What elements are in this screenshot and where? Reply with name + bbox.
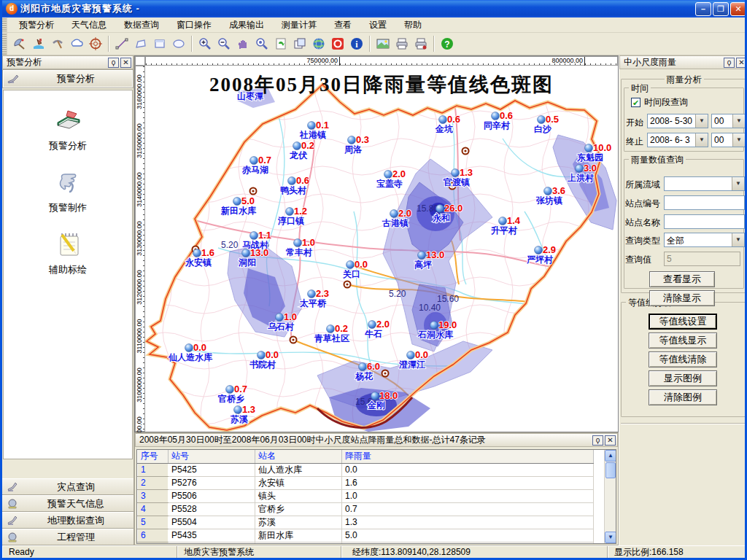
copy-view-icon[interactable] [291,35,309,52]
close-icon[interactable]: ✕ [120,58,131,68]
rain-station[interactable]: 0.5白沙 [534,114,559,134]
menu-item-3[interactable]: 窗口操作 [168,18,220,33]
sidebar-bar-3[interactable]: 工程管理 [2,529,133,545]
station-marker-icon[interactable] [452,169,460,177]
globe-icon[interactable] [310,35,328,52]
column-header[interactable]: 序号 [138,450,169,463]
show-query-button[interactable]: 查看显示 [649,271,715,287]
draw-ellipse-icon[interactable] [170,35,187,52]
station-marker-icon[interactable] [390,210,398,218]
stop-icon[interactable] [329,35,347,52]
disaster-point-icon[interactable] [30,35,47,52]
rain-station[interactable]: 3.6张坊镇 [535,185,565,206]
input-2[interactable] [664,214,745,229]
station-marker-icon[interactable] [371,392,379,400]
toolbar-grip[interactable] [2,33,7,55]
station-marker-icon[interactable] [193,249,201,257]
station-marker-icon[interactable] [250,157,258,165]
contour-button-2[interactable]: 等值线清除 [649,351,717,368]
table-scrollbar[interactable]: ▲ ▼ [604,450,616,543]
station-marker-icon[interactable] [327,325,335,333]
menu-item-0[interactable]: 预警分析 [10,18,63,33]
export-image-icon[interactable] [374,35,392,52]
menu-item-1[interactable]: 天气信息 [63,18,115,33]
station-marker-icon[interactable] [348,136,356,144]
rain-station[interactable]: 0.0关口 [342,259,368,279]
clear-query-button[interactable]: 清除显示 [649,290,715,306]
menu-item-6[interactable]: 查看 [325,18,360,33]
end-hour-combo[interactable]: 00▼ [711,133,746,147]
table-row[interactable]: 2P5276永安镇1.6 [138,476,594,489]
station-marker-icon[interactable] [250,232,258,240]
station-marker-icon[interactable] [234,406,242,414]
end-date-combo[interactable]: 2008- 6- 3▼ [647,133,708,147]
station-marker-icon[interactable] [276,314,284,322]
rain-station[interactable]: 1.0常丰村 [285,237,315,257]
rain-station[interactable]: 0.2青草社区 [314,323,349,343]
station-marker-icon[interactable] [585,144,593,152]
rain-station[interactable]: 1.4升平村 [490,215,521,236]
contour-button-1[interactable]: 等值线显示 [649,332,717,349]
chevron-down-icon[interactable]: ▼ [732,177,744,190]
station-marker-icon[interactable] [544,187,552,195]
minimize-button[interactable]: － [695,2,711,16]
start-hour-combo[interactable]: 00▼ [711,114,746,128]
rain-station[interactable]: 0.0书院村 [249,349,279,370]
station-marker-icon[interactable] [418,252,426,260]
menu-item-7[interactable]: 设置 [360,18,395,33]
zoom-out-icon[interactable] [215,35,233,52]
station-marker-icon[interactable] [294,239,302,247]
rain-station[interactable]: 0.6鸭头村 [280,175,309,195]
station-marker-icon[interactable] [226,386,234,394]
rain-station[interactable]: 2.0古港镇 [382,208,411,228]
menu-item-2[interactable]: 数据查询 [115,18,168,33]
info-icon[interactable]: i [348,35,365,52]
map-canvas[interactable]: 15.805.2010.905.2015.6010.4015.6 0.1社港镇0… [145,66,618,432]
station-marker-icon[interactable] [242,249,250,257]
warning-analysis-icon[interactable] [11,35,28,52]
column-header[interactable]: 降雨量 [342,450,594,463]
refresh-view-icon[interactable] [272,35,290,52]
rain-station[interactable]: 2.9严坪村 [526,244,556,265]
close-icon[interactable]: ✕ [605,435,616,446]
zoom-in-icon[interactable] [196,35,214,52]
menu-item-4[interactable]: 成果输出 [220,18,273,33]
weather-cloud-icon[interactable] [68,35,85,52]
table-row[interactable]: 7P5310洞阳13.0 [138,542,594,544]
pin-icon[interactable]: ϙ [592,435,603,446]
rain-station[interactable]: 0.2龙伏 [289,140,314,160]
rain-station[interactable]: 2.0牛石 [365,319,390,339]
rain-station[interactable]: 1.3官渡镇 [443,167,473,187]
sidebar-bar-2[interactable]: 地理数据查询 [2,512,133,529]
station-marker-icon[interactable] [384,171,392,179]
scroll-up-icon[interactable]: ▲ [605,450,616,462]
start-date-combo[interactable]: 2008- 5-30▼ [647,114,708,128]
zoom-extent-icon[interactable] [253,35,271,52]
combo-0[interactable]: ▼ [664,176,745,191]
contour-button-3[interactable]: 显示图例 [649,370,717,386]
tool-warning-analysis[interactable]: 预警分析 [4,104,132,152]
table-row[interactable]: 3P5506镇头1.0 [138,489,594,502]
rain-station[interactable]: 0.0仙人造水库 [168,342,213,362]
print-icon[interactable] [393,35,411,52]
station-marker-icon[interactable] [499,217,507,225]
table-row[interactable]: 4P5528官桥乡0.7 [138,502,594,516]
station-marker-icon[interactable] [407,351,415,359]
station-marker-icon[interactable] [185,344,193,352]
table-row[interactable]: 6P5435新田水库5.0 [138,529,594,542]
rain-station[interactable]: 2.0宝盖寺 [376,168,406,189]
station-marker-icon[interactable] [233,198,241,206]
tool-warning-make[interactable]: 预警制作 [4,166,132,214]
chevron-down-icon[interactable]: ▼ [732,233,744,246]
column-header[interactable]: 站名 [255,450,342,463]
station-marker-icon[interactable] [293,142,301,150]
scroll-thumb[interactable] [605,462,616,478]
sidebar-bar-0[interactable]: 灾点查询 [2,478,133,495]
rain-station[interactable]: 1.2淳口镇 [277,206,307,226]
time-range-checkbox[interactable]: ✔ [631,98,640,107]
scroll-down-icon[interactable]: ▼ [605,532,616,543]
station-marker-icon[interactable] [576,165,584,173]
rain-station[interactable]: 1.6永安镇 [185,247,214,268]
pan-hand-icon[interactable] [234,35,252,52]
rain-station[interactable]: 0.6同辛村 [484,110,513,131]
